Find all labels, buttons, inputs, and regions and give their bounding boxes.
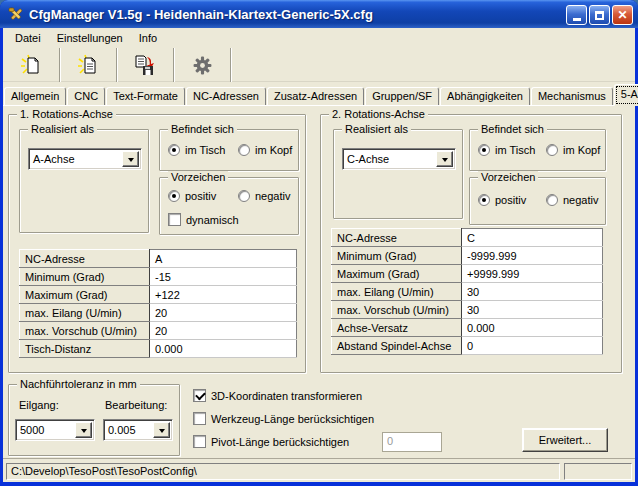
combo-value: A-Achse (29, 153, 122, 165)
app-window: CfgManager V1.5g - Heidenhain-Klartext-G… (0, 0, 638, 486)
radio-icon (168, 190, 180, 202)
checkbox-icon (193, 389, 206, 402)
radio-im-kopf-2[interactable]: im Kopf (546, 144, 600, 156)
row-value[interactable]: 30 (462, 283, 603, 301)
chevron-down-icon[interactable] (122, 151, 139, 167)
row-value[interactable]: 0 (462, 337, 603, 355)
radio-positiv-2[interactable]: positiv (478, 194, 526, 206)
checkbox-3d-koordinaten[interactable]: 3D-Koordinaten transformieren (193, 389, 362, 402)
row-value[interactable]: 20 (150, 304, 297, 322)
realisiert-als-2-select[interactable]: C-Achse (342, 148, 456, 170)
row-label: Minimum (Grad) (20, 268, 150, 286)
minimize-button[interactable] (566, 5, 587, 25)
radio-im-tisch-2[interactable]: im Tisch (478, 144, 535, 156)
axis2-table: NC-Adresse C Minimum (Grad) -9999.999 Ma… (331, 228, 603, 355)
tab-gruppen-sf[interactable]: Gruppen/SF (365, 87, 439, 106)
radio-label: im Kopf (255, 144, 292, 156)
tab-mechanismus[interactable]: Mechanismus (531, 87, 613, 106)
bearbeitung-label: Bearbeitung: (105, 399, 167, 411)
row-label: NC-Adresse (332, 229, 462, 247)
radio-negativ-1[interactable]: negativ (238, 190, 290, 202)
menu-einstellungen[interactable]: Einstellungen (49, 30, 131, 46)
menu-info[interactable]: Info (131, 30, 165, 46)
table-row: NC-Adresse A (20, 250, 297, 268)
erweitert-button[interactable]: Erweitert... (522, 428, 608, 452)
radio-icon (546, 194, 558, 206)
save-file-icon (134, 54, 156, 76)
tab-5-axis[interactable]: 5-Axis (614, 84, 638, 106)
chevron-down-icon[interactable] (436, 151, 453, 167)
chevron-down-icon[interactable] (153, 422, 170, 438)
row-value[interactable]: A (150, 250, 297, 268)
row-value[interactable]: -15 (150, 268, 297, 286)
checkbox-icon (193, 412, 206, 425)
radio-icon (238, 190, 250, 202)
app-logo-icon (7, 6, 24, 23)
row-value[interactable]: 30 (462, 301, 603, 319)
eilgang-select[interactable]: 5000 (15, 419, 95, 441)
checkbox-label: dynamisch (186, 214, 239, 226)
tab-nc-adressen[interactable]: NC-Adressen (186, 87, 266, 106)
group-vorzeichen-2: Vorzeichen positiv negativ (469, 177, 606, 225)
chevron-down-icon[interactable] (75, 422, 92, 438)
radio-icon (478, 194, 490, 206)
row-value[interactable]: +122 (150, 286, 297, 304)
radio-icon (238, 144, 250, 156)
row-value[interactable]: +9999.999 (462, 265, 603, 283)
pivot-laenge-field[interactable]: 0 (382, 432, 442, 452)
radio-label: positiv (185, 190, 216, 202)
table-row: Abstand Spindel-Achse 0 (332, 337, 603, 355)
radio-im-tisch-1[interactable]: im Tisch (168, 144, 225, 156)
menu-bar: Datei Einstellungen Info (3, 28, 635, 48)
row-value[interactable]: C (462, 229, 603, 247)
row-label: Abstand Spindel-Achse (332, 337, 462, 355)
radio-label: im Kopf (563, 144, 600, 156)
tab-abhaengigkeiten[interactable]: Abhängigkeiten (440, 87, 530, 106)
open-file-button[interactable] (74, 51, 102, 79)
row-label: max. Vorschub (U/min) (332, 301, 462, 319)
radio-negativ-2[interactable]: negativ (546, 194, 598, 206)
group-title: 1. Rotations-Achse (17, 108, 116, 120)
eilgang-label: Eilgang: (19, 399, 59, 411)
checkbox-dynamisch[interactable]: dynamisch (168, 213, 239, 226)
menu-datei[interactable]: Datei (7, 30, 49, 46)
row-label: Maximum (Grad) (332, 265, 462, 283)
group-rotations-achse-1: 1. Rotations-Achse Realisiert als A-Achs… (8, 114, 306, 373)
table-row: Minimum (Grad) -9999.999 (332, 247, 603, 265)
settings-button[interactable] (188, 51, 216, 79)
minimize-icon (573, 18, 581, 21)
radio-im-kopf-1[interactable]: im Kopf (238, 144, 292, 156)
row-value[interactable]: -9999.999 (462, 247, 603, 265)
tab-cnc[interactable]: CNC (67, 87, 105, 106)
bearbeitung-select[interactable]: 0.005 (103, 419, 173, 441)
table-row: Achse-Versatz 0.000 (332, 319, 603, 337)
radio-positiv-1[interactable]: positiv (168, 190, 216, 202)
radio-label: im Tisch (185, 144, 225, 156)
tab-zusatz-adressen[interactable]: Zusatz-Adressen (267, 87, 364, 106)
title-bar[interactable]: CfgManager V1.5g - Heidenhain-Klartext-G… (0, 0, 638, 28)
checkbox-pivot-laenge[interactable]: Pivot-Länge berücksichtigen (193, 435, 349, 448)
group-title: Realisiert als (342, 123, 411, 135)
new-file-button[interactable] (17, 51, 45, 79)
save-file-button[interactable] (131, 51, 159, 79)
realisiert-als-1-select[interactable]: A-Achse (28, 148, 142, 170)
row-value[interactable]: 20 (150, 322, 297, 340)
group-befindet-sich-2: Befindet sich im Tisch im Kopf (469, 129, 606, 171)
checkbox-label: 3D-Koordinaten transformieren (211, 390, 362, 402)
row-label: Minimum (Grad) (332, 247, 462, 265)
tab-text-formate[interactable]: Text-Formate (106, 87, 185, 106)
radio-label: positiv (495, 194, 526, 206)
row-label: max. Eilang (U/min) (20, 304, 150, 322)
maximize-button[interactable] (589, 5, 610, 25)
close-button[interactable]: ✕ (612, 5, 633, 25)
new-file-icon (20, 54, 42, 76)
checkbox-werkzeug-laenge[interactable]: Werkzeug-Länge berücksichtigen (193, 412, 374, 425)
group-title: 2. Rotations-Achse (329, 108, 428, 120)
table-row: max. Vorschub (U/min) 20 (20, 322, 297, 340)
maximize-icon (595, 11, 604, 20)
table-row: Minimum (Grad) -15 (20, 268, 297, 286)
checkbox-icon (193, 435, 206, 448)
row-value[interactable]: 0.000 (462, 319, 603, 337)
row-value[interactable]: 0.000 (150, 340, 297, 358)
tab-allgemein[interactable]: Allgemein (4, 87, 66, 106)
